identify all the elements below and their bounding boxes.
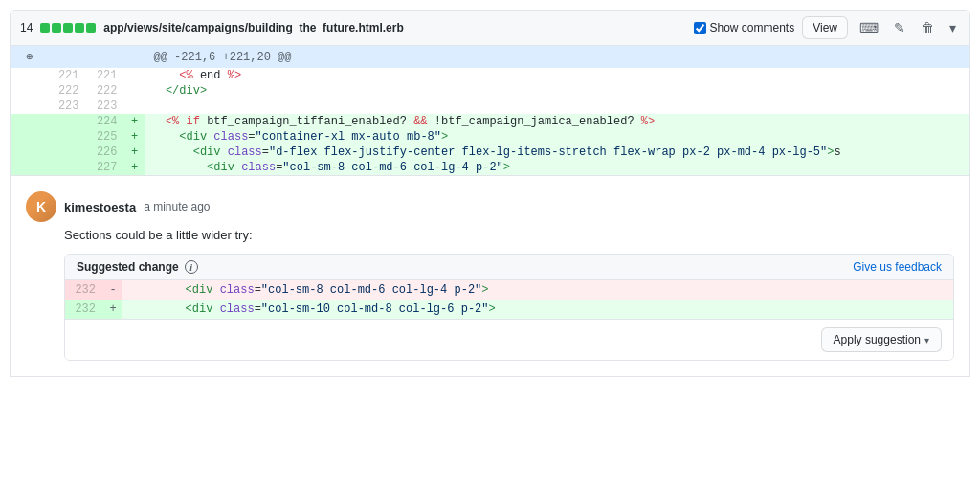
line-marker xyxy=(125,99,145,114)
old-line-num xyxy=(49,145,87,160)
line-expand-col xyxy=(11,129,49,145)
line-code xyxy=(145,99,970,114)
diff-table: ⊕ @@ -221,6 +221,20 @@ 221 221 <% end %>… xyxy=(10,46,970,176)
file-header-right: Show comments View ⌨ ✎ 🗑 ▾ xyxy=(694,16,961,39)
hunk-expand-icon[interactable]: ⊕ xyxy=(11,46,49,68)
line-marker: + xyxy=(125,160,145,176)
suggestion-new-num: 232 xyxy=(65,300,103,319)
suggestion-added-code: <div class="col-sm-10 col-md-8 col-lg-6 … xyxy=(122,300,503,319)
line-code: <div class="col-sm-8 col-md-6 col-lg-4 p… xyxy=(145,160,970,176)
hunk-header-row: ⊕ @@ -221,6 +221,20 @@ xyxy=(11,46,970,68)
line-code: <div class="d-flex flex-justify-center f… xyxy=(145,145,970,160)
diff-stat-green-2 xyxy=(52,23,61,33)
line-marker: + xyxy=(125,145,145,160)
line-expand-col xyxy=(11,145,49,160)
file-header: 14 app/views/site/campaigns/building_the… xyxy=(10,10,970,46)
suggestion-removed-code: <div class="col-sm-8 col-md-6 col-lg-4 p… xyxy=(122,280,496,300)
line-expand-col xyxy=(11,114,49,129)
file-number: 14 xyxy=(20,21,33,34)
comment-section: K kimestoesta a minute ago Sections coul… xyxy=(10,176,970,377)
suggestion-removed-row: 232 - <div class="col-sm-8 col-md-6 col-… xyxy=(65,280,953,300)
diff-stat-green-3 xyxy=(63,23,73,33)
line-code: <div class="container-xl mx-auto mb-8"> xyxy=(145,129,970,145)
suggested-change-text: Suggested change xyxy=(77,260,179,274)
apply-suggestion-button[interactable]: Apply suggestion ▾ xyxy=(821,327,942,352)
suggestion-added-row: 232 + <div class="col-sm-10 col-md-8 col… xyxy=(65,300,953,319)
old-line-num: 221 xyxy=(49,68,87,83)
new-line-num: 227 xyxy=(87,160,125,176)
monitor-icon[interactable]: ⌨ xyxy=(856,18,882,37)
suggestion-diff: 232 - <div class="col-sm-8 col-md-6 col-… xyxy=(65,280,953,319)
new-line-num: 226 xyxy=(87,145,125,160)
new-line-num: 224 xyxy=(87,114,125,129)
apply-dropdown-arrow: ▾ xyxy=(924,335,929,345)
comment-time: a minute ago xyxy=(144,200,210,213)
line-expand-col xyxy=(11,99,49,114)
suggestion-added-marker: + xyxy=(103,300,122,319)
table-row: 223 223 xyxy=(11,99,970,114)
table-row: 221 221 <% end %> xyxy=(11,68,970,83)
old-line-num: 222 xyxy=(49,83,87,99)
suggestion-footer: Apply suggestion ▾ xyxy=(65,319,953,360)
table-row: 227 + <div class="col-sm-8 col-md-6 col-… xyxy=(11,160,970,176)
edit-icon[interactable]: ✎ xyxy=(890,18,909,37)
old-line-num xyxy=(49,160,87,176)
suggestion-old-num: 232 xyxy=(65,280,103,300)
apply-suggestion-label: Apply suggestion xyxy=(834,333,921,346)
show-comments-text: Show comments xyxy=(710,21,795,34)
line-marker: + xyxy=(125,114,145,129)
comment-header: K kimestoesta a minute ago xyxy=(26,191,954,222)
feedback-link[interactable]: Give us feedback xyxy=(853,260,942,274)
line-code: </div> xyxy=(145,83,970,99)
comment-author: kimestoesta xyxy=(64,200,136,214)
line-code: <% if btf_campaign_tiffani_enabled? && !… xyxy=(145,114,970,129)
line-marker xyxy=(125,83,145,99)
diff-stat-green-4 xyxy=(75,23,84,33)
line-code: <% end %> xyxy=(145,68,970,83)
suggestion-header: Suggested change i Give us feedback xyxy=(65,255,953,280)
new-line-num: 221 xyxy=(87,68,125,83)
file-path: app/views/site/campaigns/building_the_fu… xyxy=(103,21,403,34)
hunk-marker xyxy=(125,46,145,68)
more-icon[interactable]: ▾ xyxy=(946,18,960,37)
new-line-num: 222 xyxy=(87,83,125,99)
delete-icon[interactable]: 🗑 xyxy=(917,18,938,37)
hunk-new-num xyxy=(87,46,125,68)
line-expand-col xyxy=(11,160,49,176)
table-row: 222 222 </div> xyxy=(11,83,970,99)
comment-body: Sections could be a little wider try: xyxy=(64,228,954,242)
old-line-num xyxy=(49,114,87,129)
hunk-old-num xyxy=(49,46,87,68)
diff-stat-green-5 xyxy=(86,23,96,33)
hunk-info: @@ -221,6 +221,20 @@ xyxy=(145,46,970,68)
old-line-num xyxy=(49,129,87,145)
avatar: K xyxy=(26,191,56,222)
view-button[interactable]: View xyxy=(802,16,848,39)
line-marker xyxy=(125,68,145,83)
show-comments-label[interactable]: Show comments xyxy=(694,21,795,34)
table-row: 226 + <div class="d-flex flex-justify-ce… xyxy=(11,145,970,160)
line-expand-col xyxy=(11,68,49,83)
new-line-num: 225 xyxy=(87,129,125,145)
new-line-num: 223 xyxy=(87,99,125,114)
suggestion-removed-marker: - xyxy=(103,280,122,300)
old-line-num: 223 xyxy=(49,99,87,114)
diff-stat xyxy=(40,23,96,33)
diff-stat-green-1 xyxy=(40,23,50,33)
info-icon[interactable]: i xyxy=(185,260,198,274)
table-row: 224 + <% if btf_campaign_tiffani_enabled… xyxy=(11,114,970,129)
file-header-left: 14 app/views/site/campaigns/building_the… xyxy=(20,21,404,34)
show-comments-checkbox[interactable] xyxy=(694,22,706,34)
suggestion-box: Suggested change i Give us feedback 232 … xyxy=(64,254,954,361)
suggestion-label: Suggested change i xyxy=(77,260,198,274)
line-expand-col xyxy=(11,83,49,99)
table-row: 225 + <div class="container-xl mx-auto m… xyxy=(11,129,970,145)
line-marker: + xyxy=(125,129,145,145)
